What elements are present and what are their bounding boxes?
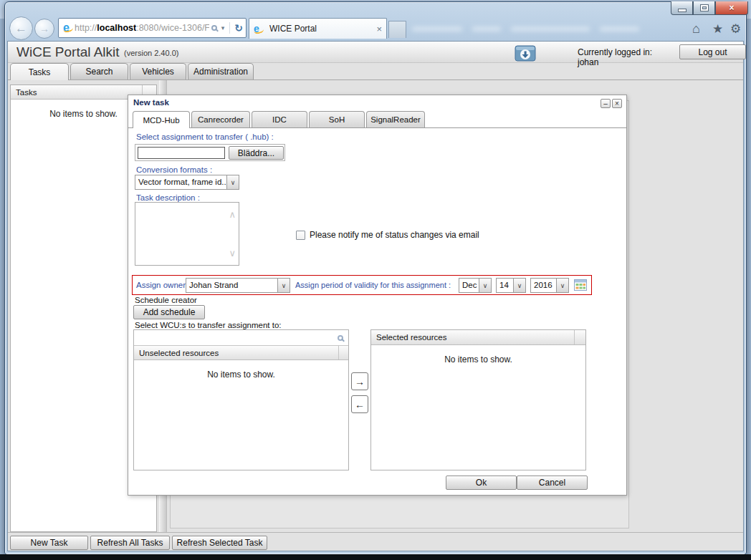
owner-value: Johan Strand: [186, 279, 277, 292]
chevron-down-icon[interactable]: ∨: [556, 279, 568, 292]
address-bar[interactable]: e http://localhost:8080/wice-1306/F ▾ ↻: [58, 18, 247, 38]
refresh-icon[interactable]: ↻: [229, 22, 243, 34]
refresh-selected-task-button[interactable]: Refresh Selected Task: [172, 536, 267, 550]
url-text: http://localhost:8080/wice-1306/F: [75, 23, 209, 33]
maximize-icon: [701, 5, 708, 11]
logout-button[interactable]: Log out: [679, 44, 746, 59]
year-select[interactable]: 2016 ∨: [530, 278, 569, 293]
ie-icon: e: [254, 24, 265, 34]
tab-title: WICE Portal: [269, 24, 376, 34]
tab-canrecorder[interactable]: Canrecorder: [191, 111, 250, 127]
tab-tasks[interactable]: Tasks: [10, 63, 69, 80]
tools-gear-icon[interactable]: ⚙: [730, 23, 741, 35]
search-icon[interactable]: [338, 335, 343, 341]
conversion-format-value: Vector format, frame id...: [135, 175, 226, 189]
file-path-input[interactable]: [138, 147, 225, 159]
chevron-down-icon[interactable]: ∨: [226, 175, 239, 189]
back-button[interactable]: ←: [9, 16, 33, 40]
header-stub: [574, 330, 585, 344]
taskbar-edge: [0, 554, 751, 560]
tab-mcd-hub[interactable]: MCD-Hub: [133, 111, 190, 128]
tab-administration[interactable]: Administration: [188, 63, 254, 79]
conversion-formats-label: Conversion formats :: [136, 165, 212, 174]
glass-reflection: [412, 21, 656, 36]
app-title: WiCE Portal Alkit: [16, 44, 120, 60]
unselected-resources-label: Unselected resources: [134, 349, 338, 357]
tab-search[interactable]: Search: [70, 63, 128, 79]
tab-idc[interactable]: IDC: [252, 111, 307, 127]
browse-button[interactable]: Bläddra...: [229, 146, 284, 160]
year-value: 2016: [531, 279, 556, 292]
validity-label: Assign period of validity for this assig…: [295, 281, 451, 289]
dialog-close-button[interactable]: ×: [612, 99, 622, 108]
search-icon[interactable]: [211, 25, 217, 31]
dialog-minimize-button[interactable]: –: [601, 99, 611, 108]
forward-button[interactable]: →: [34, 19, 54, 39]
chevron-down-icon[interactable]: ∨: [513, 279, 525, 292]
file-picker-group: Bläddra...: [135, 144, 285, 161]
tab-vehicles[interactable]: Vehicles: [130, 63, 186, 79]
unselected-resources-header[interactable]: Unselected resources: [134, 346, 348, 360]
main-tab-bar: Tasks Search Vehicles Administration: [8, 63, 743, 80]
add-schedule-button[interactable]: Add schedule: [133, 305, 205, 319]
minimize-icon: [679, 9, 686, 11]
tasks-header-label: Tasks: [11, 88, 142, 97]
dialog-close-icon: ×: [615, 100, 619, 107]
unselected-empty-text: No items to show.: [134, 360, 348, 380]
calendar-icon[interactable]: [574, 279, 588, 292]
chevron-down-icon[interactable]: ∨: [479, 279, 491, 292]
cancel-button[interactable]: Cancel: [517, 475, 588, 490]
header-stub: [338, 346, 348, 359]
task-description-textarea[interactable]: ∧ ∨: [135, 202, 239, 266]
arrow-left-icon: ←: [355, 399, 365, 410]
tab-soh[interactable]: SoH: [309, 111, 365, 127]
dialog-minimize-icon: –: [603, 100, 608, 107]
notify-email-checkbox[interactable]: [296, 231, 305, 240]
forward-arrow-icon: →: [39, 23, 49, 34]
minimize-button[interactable]: [671, 1, 693, 15]
assign-owner-label: Assign owner :: [136, 281, 190, 289]
conversion-format-select[interactable]: Vector format, frame id... ∨: [135, 175, 239, 190]
unselected-resources-listbox: Unselected resources No items to show.: [133, 329, 349, 470]
ie-icon: e: [63, 22, 75, 34]
assignment-label: Select assignment to transfer ( .hub) :: [136, 132, 274, 141]
arrow-right-icon: →: [355, 376, 365, 387]
schedule-creator-label: Schedule creator: [135, 296, 197, 304]
owner-select[interactable]: Johan Strand ∨: [186, 278, 290, 293]
browser-tab[interactable]: e WICE Portal ×: [249, 18, 387, 39]
ok-button[interactable]: Ok: [446, 475, 517, 490]
new-task-button[interactable]: New Task: [10, 536, 88, 550]
wcu-search-row: [134, 330, 348, 346]
dialog-title: New task: [128, 95, 626, 110]
app-header: WiCE Portal Alkit (version 2.40.0) Curre…: [8, 42, 743, 63]
chevron-down-icon[interactable]: ∨: [277, 279, 290, 292]
close-button[interactable]: ×: [715, 1, 748, 15]
favorites-star-icon[interactable]: ★: [712, 23, 723, 35]
dialog-tab-bar: MCD-Hub Canrecorder IDC SoH SignalReader: [128, 111, 626, 128]
chevron-down-icon[interactable]: ▾: [221, 24, 225, 32]
selected-resources-label: Selected resources: [371, 333, 574, 342]
day-value: 14: [497, 279, 513, 292]
refresh-all-tasks-button[interactable]: Refresh All Tasks: [90, 536, 170, 550]
wcu-search-input[interactable]: [137, 332, 335, 344]
scroll-down-icon[interactable]: ∨: [229, 248, 236, 258]
day-select[interactable]: 14 ∨: [496, 278, 526, 293]
move-left-button[interactable]: ←: [351, 395, 368, 413]
notify-email-label: Please notify me of status changes via e…: [310, 230, 479, 240]
close-icon: ×: [729, 3, 734, 13]
tab-signalreader[interactable]: SignalReader: [366, 111, 425, 127]
move-right-button[interactable]: →: [351, 372, 368, 390]
home-icon[interactable]: ⌂: [692, 22, 700, 35]
tab-close-icon[interactable]: ×: [376, 24, 382, 34]
selected-resources-listbox: Selected resources No items to show.: [370, 329, 586, 470]
back-arrow-icon: ←: [15, 21, 27, 36]
month-select[interactable]: Dec ∨: [459, 278, 492, 293]
new-tab-button[interactable]: [388, 21, 406, 38]
selected-resources-header[interactable]: Selected resources: [371, 330, 585, 345]
app-version: (version 2.40.0): [124, 49, 178, 57]
scroll-up-icon[interactable]: ∧: [229, 210, 236, 219]
footer-toolbar: New Task Refresh All Tasks Refresh Selec…: [8, 532, 743, 551]
maximize-button[interactable]: [693, 1, 715, 15]
download-tray-icon[interactable]: [515, 44, 536, 62]
selected-empty-text: No items to show.: [371, 345, 585, 365]
